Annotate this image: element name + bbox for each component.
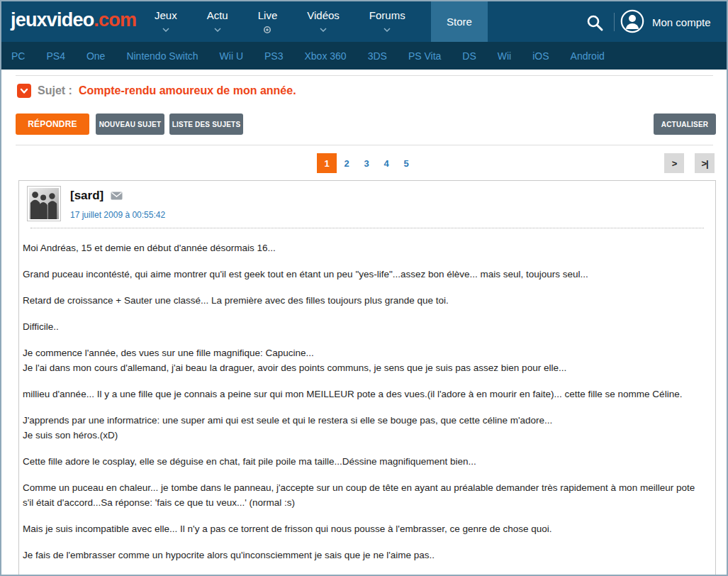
- page: jeuxvideo.com Jeux Actu Live Vidéos Foru…: [0, 0, 728, 576]
- store-label: Store: [447, 16, 472, 28]
- menu-label: Live: [258, 9, 278, 21]
- topic-title: Compte-rendu amoureux de mon année.: [79, 84, 296, 97]
- platform-link-ios[interactable]: iOS: [532, 50, 549, 62]
- post-paragraph: Moi Andréas, 15 et demie en début d'anné…: [23, 240, 708, 255]
- topic-list-button[interactable]: LISTE DES SUJETS: [169, 113, 243, 135]
- post-date[interactable]: 17 juillet 2009 à 00:55:42: [70, 210, 165, 220]
- platform-link-wii-u[interactable]: Wii U: [220, 50, 243, 62]
- chevron-down-icon: [383, 26, 391, 33]
- post-paragraph: Comme un puceau en chaleur... je tombe d…: [23, 480, 708, 510]
- menu-item-videos[interactable]: Vidéos: [307, 1, 340, 42]
- search-icon[interactable]: [586, 13, 605, 33]
- page-button-3[interactable]: 3: [357, 153, 376, 173]
- platform-link-pc[interactable]: PC: [11, 50, 25, 62]
- post-paragraph: Retard de croissance + Sauter une classé…: [23, 293, 708, 308]
- page-button-5[interactable]: 5: [396, 153, 416, 173]
- post-body: Moi Andréas, 15 et demie en début d'anné…: [23, 240, 708, 574]
- page-button-2[interactable]: 2: [337, 153, 357, 173]
- menu-label: Forums: [369, 9, 405, 21]
- last-page-button[interactable]: >|: [695, 153, 715, 173]
- post-paragraph: millieu d'année... Il y a une fille que …: [23, 387, 708, 401]
- next-page-button[interactable]: >: [664, 153, 684, 173]
- post-paragraph: Je commence l'année, des vues sur une fi…: [23, 345, 708, 375]
- menu-item-jeux[interactable]: Jeux: [155, 1, 177, 42]
- platform-link-nintendo-switch[interactable]: Nintendo Switch: [126, 50, 198, 62]
- forum-post: [sard] 17 juillet 2009 à 00:55:42 Moi An…: [18, 180, 716, 576]
- topic-prefix: Sujet :: [38, 84, 72, 97]
- platform-link-android[interactable]: Android: [571, 50, 605, 62]
- menu-label: Jeux: [155, 9, 177, 21]
- refresh-button[interactable]: ACTUALISER: [654, 113, 716, 135]
- post-paragraph: Mais je suis incompatible avec elle... I…: [23, 521, 708, 536]
- platform-bar-items: PCPS4OneNintendo SwitchWii UPS3Xbox 3603…: [1, 42, 727, 70]
- menu-label: Vidéos: [307, 9, 340, 21]
- platform-link-ps-vita[interactable]: PS Vita: [408, 50, 441, 62]
- top-navbar: jeuxvideo.com Jeux Actu Live Vidéos Foru…: [1, 1, 727, 42]
- author-name[interactable]: [sard]: [70, 189, 103, 203]
- page-button-1[interactable]: 1: [317, 153, 337, 173]
- page-button-4[interactable]: 4: [376, 153, 396, 173]
- navbar-divider: [614, 13, 615, 31]
- post-author-row: [sard]: [70, 189, 123, 203]
- post-paragraph: Difficile..: [23, 319, 708, 334]
- post-separator: [30, 228, 704, 228]
- platform-link-ds[interactable]: DS: [462, 50, 476, 62]
- platform-link-xbox-360[interactable]: Xbox 360: [304, 50, 346, 62]
- platform-link-wii[interactable]: Wii: [498, 50, 511, 62]
- live-record-icon: [263, 26, 271, 33]
- logo-main: jeuxvideo: [11, 9, 94, 31]
- content-divider-top: [16, 75, 713, 76]
- chevron-down-icon: [162, 26, 169, 33]
- logo-suffix: .com: [94, 9, 136, 31]
- platform-link-ps3[interactable]: PS3: [264, 50, 283, 62]
- mail-icon[interactable]: [111, 192, 123, 200]
- topic-header: Sujet : Compte-rendu amoureux de mon ann…: [17, 84, 296, 98]
- post-paragraph: Grand puceau incontésté, qui aime montre…: [23, 267, 708, 282]
- topic-chevron-icon[interactable]: [17, 84, 31, 98]
- tab-store[interactable]: Store: [431, 1, 488, 42]
- content-divider-mid: [16, 145, 713, 145]
- platform-link-one[interactable]: One: [86, 50, 105, 62]
- site-logo[interactable]: jeuxvideo.com: [11, 9, 136, 31]
- menu-label: Actu: [207, 9, 228, 21]
- chevron-down-icon: [214, 26, 221, 33]
- menu-item-forums[interactable]: Forums: [369, 1, 405, 42]
- menu-item-live[interactable]: Live: [258, 1, 278, 42]
- platform-link-ps4[interactable]: PS4: [46, 50, 65, 62]
- account-label[interactable]: Mon compte: [652, 16, 711, 28]
- reply-button[interactable]: RÉPONDRE: [16, 113, 89, 135]
- post-paragraph: Je fais de l'embrasser comme un hypocrit…: [23, 548, 708, 563]
- main-menu: Jeux Actu Live Vidéos Forums: [155, 1, 405, 42]
- platform-link-3ds[interactable]: 3DS: [368, 50, 387, 62]
- new-topic-button[interactable]: NOUVEAU SUJET: [96, 113, 164, 135]
- avatar[interactable]: [27, 186, 61, 221]
- menu-item-actu[interactable]: Actu: [207, 1, 228, 42]
- user-account-icon[interactable]: [620, 9, 644, 33]
- pagination-pages: 12345: [317, 153, 416, 173]
- post-paragraph: Cette fille adore le cosplay, elle se dé…: [23, 454, 708, 469]
- post-paragraph: J'apprends par une informatrice: une sup…: [23, 413, 708, 443]
- chevron-down-icon: [320, 26, 327, 33]
